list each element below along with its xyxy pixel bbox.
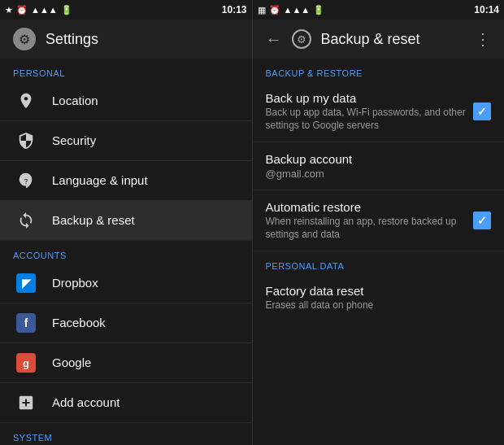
status-time-left: 10:13 bbox=[222, 4, 247, 15]
section-header-backup-restore: BACKUP & RESTORE bbox=[253, 59, 505, 81]
back-up-data-label: Back up my data bbox=[266, 91, 474, 105]
status-time-right: 10:14 bbox=[474, 4, 499, 15]
factory-reset-text: Factory data reset Erases all data on ph… bbox=[266, 284, 492, 312]
auto-restore-checkbox[interactable] bbox=[473, 212, 491, 229]
backup-icon bbox=[13, 207, 39, 233]
gear-icon: ⚙ bbox=[292, 29, 311, 49]
right-panel: ▦ ⏰ ▲▲▲ 🔋 10:14 ← ⚙ Backup & reset ⋮ BAC… bbox=[253, 0, 505, 445]
dropbox-text: Dropbox bbox=[52, 275, 239, 291]
battery-icon: 🔋 bbox=[61, 5, 72, 15]
signal-icon-right: ▲▲▲ bbox=[284, 5, 311, 15]
left-panel: ★ ⏰ ▲▲▲ 🔋 10:13 ⚙ Settings PERSONAL Loca… bbox=[0, 0, 253, 445]
status-bar-left: ★ ⏰ ▲▲▲ 🔋 10:13 bbox=[0, 0, 252, 20]
item-back-up-data[interactable]: Back up my data Back up app data, Wi-Fi … bbox=[253, 81, 505, 142]
auto-restore-sublabel: When reinstalling an app, restore backed… bbox=[266, 216, 474, 241]
sidebar-item-security[interactable]: Security bbox=[0, 121, 252, 160]
security-label: Security bbox=[52, 133, 239, 149]
item-backup-account[interactable]: Backup account @gmail.com bbox=[253, 142, 505, 190]
section-header-accounts: ACCOUNTS bbox=[0, 241, 252, 264]
right-toolbar-title: Backup & reset bbox=[321, 31, 420, 48]
backup-text: Backup & reset bbox=[52, 212, 239, 229]
more-options-icon[interactable]: ⋮ bbox=[475, 29, 491, 49]
backup-account-label: Backup account bbox=[266, 152, 492, 166]
language-label: Language & input bbox=[52, 172, 239, 189]
sidebar-item-location[interactable]: Location bbox=[0, 81, 252, 120]
left-scroll-content: PERSONAL Location Security bbox=[0, 59, 252, 445]
location-text: Location bbox=[52, 93, 239, 109]
backup-account-text: Backup account @gmail.com bbox=[266, 152, 492, 180]
facebook-icon: f bbox=[13, 310, 39, 336]
dropbox-icon: ◤ bbox=[13, 270, 39, 296]
left-toolbar: ⚙ Settings bbox=[0, 20, 252, 59]
google-text: Google bbox=[52, 355, 239, 371]
back-up-data-sublabel: Back up app data, Wi-Fi passwords, and o… bbox=[266, 107, 474, 132]
sim-icon: ▦ bbox=[258, 5, 266, 15]
right-scroll-content: BACKUP & RESTORE Back up my data Back up… bbox=[253, 59, 505, 445]
bluetooth-icon: ★ bbox=[5, 5, 13, 15]
location-icon bbox=[13, 88, 39, 114]
back-up-data-text: Back up my data Back up app data, Wi-Fi … bbox=[266, 91, 474, 132]
factory-reset-sublabel: Erases all data on phone bbox=[266, 299, 492, 312]
facebook-text: Facebook bbox=[52, 315, 239, 331]
alarm-icon-right: ⏰ bbox=[269, 5, 280, 15]
item-auto-restore[interactable]: Automatic restore When reinstalling an a… bbox=[253, 190, 505, 251]
section-header-personal-data: PERSONAL DATA bbox=[253, 251, 505, 274]
add-account-label: Add account bbox=[52, 395, 239, 411]
add-account-text: Add account bbox=[52, 395, 239, 411]
google-icon: g bbox=[13, 350, 39, 376]
language-text: Language & input bbox=[52, 172, 239, 189]
settings-app-icon: ⚙ bbox=[13, 28, 36, 50]
sidebar-item-language[interactable]: Language & input bbox=[0, 161, 252, 200]
factory-reset-label: Factory data reset bbox=[266, 284, 492, 298]
alarm-icon: ⏰ bbox=[16, 5, 28, 15]
battery-icon-right: 🔋 bbox=[313, 5, 324, 15]
auto-restore-text: Automatic restore When reinstalling an a… bbox=[266, 200, 474, 241]
status-bar-right: ▦ ⏰ ▲▲▲ 🔋 10:14 bbox=[253, 0, 505, 20]
section-header-system: SYSTEM bbox=[0, 423, 252, 445]
sidebar-item-backup[interactable]: Backup & reset bbox=[0, 201, 252, 240]
left-toolbar-title: Settings bbox=[46, 31, 98, 48]
item-factory-reset[interactable]: Factory data reset Erases all data on ph… bbox=[253, 274, 505, 322]
facebook-label: Facebook bbox=[52, 315, 239, 331]
signal-icon: ▲▲▲ bbox=[31, 5, 58, 15]
language-icon bbox=[13, 168, 39, 194]
back-up-data-checkbox[interactable] bbox=[473, 103, 491, 120]
right-toolbar: ← ⚙ Backup & reset ⋮ bbox=[253, 20, 505, 59]
sidebar-item-facebook[interactable]: f Facebook bbox=[0, 303, 252, 342]
location-label: Location bbox=[52, 93, 239, 109]
backup-label: Backup & reset bbox=[52, 212, 239, 229]
section-header-personal: PERSONAL bbox=[0, 59, 252, 81]
sidebar-item-add-account[interactable]: Add account bbox=[0, 383, 252, 422]
dropbox-label: Dropbox bbox=[52, 275, 239, 291]
security-text: Security bbox=[52, 133, 239, 149]
auto-restore-label: Automatic restore bbox=[266, 200, 474, 214]
status-right-left-icons: ▦ ⏰ ▲▲▲ 🔋 bbox=[258, 5, 325, 15]
back-icon[interactable]: ← bbox=[266, 30, 282, 49]
security-icon bbox=[13, 128, 39, 154]
sidebar-item-google[interactable]: g Google bbox=[0, 343, 252, 382]
backup-account-sublabel: @gmail.com bbox=[266, 168, 492, 180]
add-account-icon bbox=[13, 390, 39, 416]
sidebar-item-dropbox[interactable]: ◤ Dropbox bbox=[0, 264, 252, 303]
google-label: Google bbox=[52, 355, 239, 371]
status-left-icons: ★ ⏰ ▲▲▲ 🔋 bbox=[5, 5, 72, 15]
